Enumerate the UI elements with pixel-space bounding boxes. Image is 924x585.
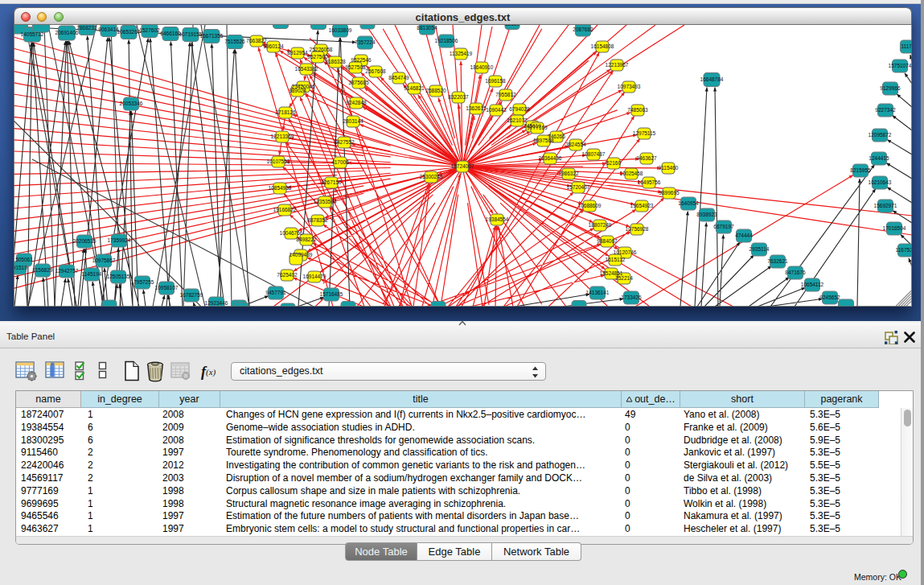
svg-text:15692971: 15692971: [874, 203, 897, 208]
svg-text:9227342: 9227342: [875, 107, 896, 113]
svg-text:1615112: 1615112: [606, 257, 626, 262]
svg-text:7357224: 7357224: [355, 39, 376, 45]
svg-text:9242848: 9242848: [346, 100, 367, 105]
svg-text:1003380: 1003380: [308, 25, 329, 26]
svg-text:25226058: 25226058: [310, 47, 333, 52]
svg-text:8471676: 8471676: [785, 270, 806, 275]
svg-text:10107553: 10107553: [267, 159, 290, 164]
svg-text:9463627: 9463627: [636, 155, 657, 161]
svg-text:9063414: 9063414: [98, 27, 119, 32]
svg-text:20364436: 20364436: [539, 155, 562, 161]
svg-text:989024: 989024: [289, 88, 306, 93]
svg-text:1733426: 1733426: [621, 295, 642, 300]
svg-text:8427552: 8427552: [334, 139, 355, 145]
svg-text:1640954: 1640954: [678, 200, 699, 206]
svg-text:2567608: 2567608: [365, 68, 386, 74]
svg-text:20206535: 20206535: [73, 238, 97, 244]
svg-text:1244415: 1244415: [869, 155, 889, 161]
svg-text:1156829: 1156829: [33, 267, 53, 273]
svg-text:1696158: 1696158: [485, 78, 506, 84]
svg-text:474444: 474444: [735, 233, 753, 238]
svg-text:1621072: 1621072: [507, 117, 528, 123]
svg-text:12505135: 12505135: [107, 274, 130, 279]
svg-text:8322037: 8322037: [448, 94, 469, 100]
svg-text:10807487: 10807487: [582, 151, 606, 157]
svg-text:9146821: 9146821: [404, 85, 425, 91]
svg-text:8878352: 8878352: [307, 217, 328, 223]
svg-text:417006: 417006: [331, 159, 349, 165]
svg-text:10854936: 10854936: [269, 185, 292, 191]
svg-text:7632621: 7632621: [767, 258, 788, 264]
svg-text:12213369: 12213369: [271, 134, 294, 139]
svg-text:88130: 88130: [505, 25, 519, 27]
svg-text:2935114: 2935114: [749, 246, 770, 252]
svg-text:7955812: 7955812: [495, 92, 516, 97]
svg-text:3824554: 3824554: [565, 142, 586, 147]
svg-text:16782759: 16782759: [180, 292, 203, 298]
svg-text:8938923: 8938923: [696, 212, 717, 217]
svg-text:16543382: 16543382: [295, 66, 318, 72]
svg-text:19218506: 19218506: [435, 38, 458, 43]
svg-text:8454749: 8454749: [388, 75, 409, 80]
svg-text:18640910: 18640910: [470, 64, 494, 70]
svg-text:15751074: 15751074: [889, 63, 912, 68]
svg-text:252214: 252214: [615, 275, 633, 281]
svg-text:7868231: 7868231: [76, 25, 97, 31]
svg-text:1167533: 1167533: [896, 247, 912, 253]
svg-text:10756928: 10756928: [626, 226, 649, 232]
svg-text:(x): (x): [206, 367, 216, 377]
svg-text:14055712: 14055712: [21, 31, 44, 37]
svg-text:19384554: 19384554: [486, 216, 509, 222]
svg-text:20053346: 20053346: [120, 101, 143, 106]
svg-text:12942757: 12942757: [55, 268, 79, 274]
svg-text:1090443: 1090443: [486, 107, 507, 113]
svg-text:16033809: 16033809: [329, 27, 352, 33]
svg-text:8912954: 8912954: [287, 50, 308, 56]
svg-text:6466160: 6466160: [160, 31, 181, 36]
svg-text:10025458: 10025458: [620, 171, 643, 176]
svg-text:391519: 391519: [14, 265, 27, 270]
svg-text:10688609: 10688609: [578, 203, 602, 208]
svg-text:10654112: 10654112: [801, 282, 824, 287]
svg-text:10719155: 10719155: [179, 31, 203, 37]
svg-text:8813054: 8813054: [417, 25, 437, 31]
svg-text:10975867: 10975867: [92, 257, 116, 263]
svg-text:16914479: 16914479: [303, 274, 326, 279]
svg-text:18724007: 18724007: [451, 163, 474, 169]
svg-text:15720407: 15720407: [567, 184, 590, 190]
svg-text:9457791: 9457791: [265, 290, 286, 295]
svg-text:7663822: 7663822: [246, 38, 267, 43]
svg-text:6879197: 6879197: [713, 224, 734, 229]
svg-text:2803144: 2803144: [343, 118, 363, 124]
svg-text:1362615: 1362615: [466, 105, 487, 111]
svg-text:9884067: 9884067: [597, 238, 618, 244]
svg-text:15716485: 15716485: [320, 291, 343, 297]
svg-text:17359924: 17359924: [108, 237, 131, 243]
svg-text:19654923: 19654923: [630, 203, 654, 208]
svg-text:17016504: 17016504: [883, 225, 906, 231]
svg-text:8215955: 8215955: [850, 167, 871, 173]
svg-text:14099489: 14099489: [290, 252, 313, 257]
svg-text:12353594: 12353594: [314, 199, 337, 204]
svg-text:10653267: 10653267: [117, 29, 141, 35]
svg-text:3875685: 3875685: [348, 80, 369, 85]
svg-text:20691406: 20691406: [55, 30, 79, 35]
svg-text:7986322: 7986322: [558, 171, 579, 176]
svg-text:12095872: 12095872: [869, 132, 892, 138]
svg-text:9245652: 9245652: [819, 295, 840, 300]
svg-text:16648784: 16648784: [700, 76, 724, 82]
svg-text:11325419: 11325419: [450, 51, 473, 56]
svg-text:8186328: 8186328: [325, 59, 346, 64]
svg-text:7485063: 7485063: [627, 107, 648, 113]
svg-text:7625402: 7625402: [277, 272, 298, 278]
svg-text:7515526: 7515526: [224, 39, 245, 44]
svg-text:6794028: 6794028: [509, 106, 530, 112]
svg-text:10120746: 10120746: [614, 249, 637, 255]
svg-text:16154808: 16154808: [591, 43, 614, 49]
svg-text:2718126: 2718126: [275, 109, 296, 115]
svg-text:505061: 505061: [15, 257, 33, 262]
svg-text:9115460: 9115460: [659, 165, 679, 171]
svg-text:9960124: 9960124: [263, 43, 284, 49]
svg-text:10958107: 10958107: [155, 285, 179, 290]
svg-text:11174: 11174: [901, 43, 912, 49]
